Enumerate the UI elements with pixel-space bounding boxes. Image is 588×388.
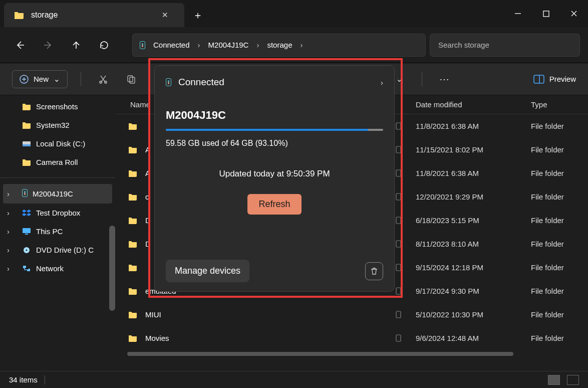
chevron-right-icon: › xyxy=(198,41,200,49)
tab-title: storage xyxy=(31,11,151,20)
device-name: M2004J19C xyxy=(166,109,383,122)
details-view-button[interactable] xyxy=(548,375,560,385)
sidebar-item[interactable]: Camera Roll xyxy=(0,153,115,171)
file-name: MIUI xyxy=(145,310,396,319)
sidebar-item[interactable]: ›M2004J19C xyxy=(3,184,112,204)
sidebar-item[interactable]: Local Disk (C:) xyxy=(0,134,115,153)
tab-close-button[interactable]: ✕ xyxy=(158,9,172,22)
horizontal-scrollbar[interactable] xyxy=(127,352,576,358)
sidebar-scrollbar[interactable] xyxy=(109,226,115,311)
refresh-nav-button[interactable] xyxy=(92,33,116,57)
new-button[interactable]: New ⌄ xyxy=(12,70,68,88)
file-type: File folder xyxy=(526,192,588,201)
plus-circle-icon xyxy=(20,75,29,84)
status-bar: 34 items xyxy=(0,371,588,388)
col-date[interactable]: Date modified xyxy=(411,100,526,109)
back-button[interactable] xyxy=(8,33,32,57)
sidebar-item[interactable]: Screenshots xyxy=(0,97,115,116)
updated-text: Updated today at 9:50:39 PM xyxy=(166,169,383,179)
folder-icon xyxy=(128,169,139,177)
table-row[interactable]: Movies 9/6/2024 12:48 AM File folder xyxy=(115,326,588,350)
folder-icon xyxy=(128,311,139,318)
svg-rect-18 xyxy=(396,193,401,200)
sidebar-item[interactable]: ›DVD Drive (D:) C xyxy=(0,241,115,259)
phone-icon xyxy=(22,189,28,199)
new-label: New xyxy=(34,75,49,83)
forward-button[interactable] xyxy=(36,33,60,57)
sidebar-item-label: DVD Drive (D:) C xyxy=(36,246,94,254)
device-info-panel: Connected › M2004J19C 59.58 GB used of 6… xyxy=(154,65,395,292)
chevron-down-icon: ⌄ xyxy=(54,75,60,84)
remove-device-button[interactable] xyxy=(365,262,383,280)
svg-rect-10 xyxy=(25,234,28,235)
chevron-right-icon: › xyxy=(7,264,10,273)
preview-label: Preview xyxy=(549,75,576,83)
crumb-device[interactable]: M2004J19C xyxy=(208,41,249,49)
storage-bar xyxy=(166,129,383,131)
sidebar-item-label: This PC xyxy=(36,227,63,236)
dropbox-icon xyxy=(22,209,31,217)
copy-button[interactable] xyxy=(122,70,140,88)
phone-icon xyxy=(166,78,171,86)
sidebar-item[interactable]: ›Test Dropbox xyxy=(0,204,115,222)
sidebar-item[interactable]: ›This PC xyxy=(0,222,115,241)
folder-icon xyxy=(14,11,24,19)
svg-rect-19 xyxy=(396,217,401,224)
file-type: File folder xyxy=(526,169,588,177)
breadcrumb[interactable]: Connected › M2004J19C › storage › xyxy=(132,34,426,57)
sidebar-divider xyxy=(0,177,115,178)
up-button[interactable] xyxy=(64,33,88,57)
svg-rect-0 xyxy=(543,11,549,17)
tab-storage[interactable]: storage ✕ xyxy=(4,3,184,27)
maximize-button[interactable] xyxy=(532,0,560,27)
folder-icon xyxy=(128,287,139,295)
more-button[interactable]: ⋯ xyxy=(435,70,453,88)
svg-rect-4 xyxy=(128,76,133,82)
chevron-right-icon: › xyxy=(7,227,10,236)
crumb-storage[interactable]: storage xyxy=(267,41,292,49)
phone-badge-icon xyxy=(396,240,411,248)
table-row[interactable]: MIUI 5/10/2022 10:30 PM File folder xyxy=(115,303,588,326)
svg-point-12 xyxy=(26,250,28,251)
sidebar-item[interactable]: ›Network xyxy=(0,259,115,278)
phone-badge-icon xyxy=(396,193,411,201)
connected-label: Connected xyxy=(178,77,224,88)
folder-icon xyxy=(22,158,31,166)
file-date: 6/18/2023 5:15 PM xyxy=(411,216,526,225)
thumbnails-view-button[interactable] xyxy=(567,375,579,385)
sidebar-item[interactable]: System32 xyxy=(0,116,115,134)
folder-icon xyxy=(128,193,139,201)
separator xyxy=(422,72,422,86)
sidebar-item-label: M2004J19C xyxy=(33,189,73,198)
preview-toggle[interactable]: Preview xyxy=(533,75,576,84)
search-input[interactable]: Search storage xyxy=(430,34,580,57)
file-type: File folder xyxy=(526,287,588,295)
new-tab-button[interactable]: ＋ xyxy=(184,3,211,27)
folder-icon xyxy=(128,264,139,271)
cut-button[interactable] xyxy=(94,70,112,88)
col-type[interactable]: Type xyxy=(526,100,588,109)
folder-icon xyxy=(128,217,139,224)
svg-rect-21 xyxy=(396,264,401,271)
item-count: 34 items xyxy=(9,375,38,384)
close-button[interactable] xyxy=(560,0,588,27)
minimize-button[interactable] xyxy=(504,0,532,27)
file-date: 9/6/2024 12:48 AM xyxy=(411,334,526,342)
nav-row: Connected › M2004J19C › storage › Search… xyxy=(0,27,588,63)
crumb-connected[interactable]: Connected xyxy=(153,41,190,49)
svg-rect-6 xyxy=(534,75,544,83)
refresh-button[interactable]: Refresh xyxy=(247,194,301,215)
svg-rect-20 xyxy=(396,241,401,247)
chevron-right-icon: › xyxy=(7,189,10,198)
manage-devices-button[interactable]: Manage devices xyxy=(166,260,249,282)
phone-badge-icon xyxy=(396,146,411,153)
svg-rect-13 xyxy=(23,266,26,268)
pc-icon xyxy=(22,228,31,235)
file-date: 12/20/2021 9:29 PM xyxy=(411,192,526,201)
file-date: 9/15/2024 12:18 PM xyxy=(411,263,526,272)
file-name: Movies xyxy=(145,334,396,342)
svg-rect-24 xyxy=(396,335,401,341)
svg-rect-16 xyxy=(396,146,401,153)
chevron-right-icon: › xyxy=(256,41,259,49)
chevron-right-icon[interactable]: › xyxy=(381,78,383,87)
